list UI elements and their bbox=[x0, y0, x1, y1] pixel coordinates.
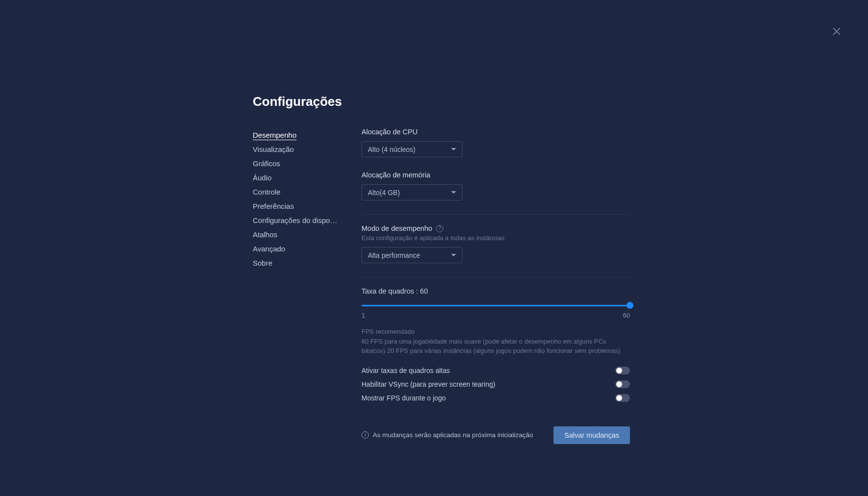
chevron-down-icon bbox=[451, 148, 456, 150]
slider-track bbox=[362, 305, 630, 306]
sidebar: Desempenho Visualização Gráficos Áudio C… bbox=[253, 128, 341, 444]
fps-value: 60 bbox=[420, 287, 428, 295]
toggle-show-fps[interactable] bbox=[615, 394, 630, 402]
chevron-down-icon bbox=[451, 254, 456, 256]
slider-thumb[interactable] bbox=[627, 302, 633, 309]
sidebar-item-avancado[interactable]: Avançado bbox=[253, 242, 341, 256]
sidebar-item-atalhos[interactable]: Atalhos bbox=[253, 227, 341, 242]
main-panel: Alocação de CPU Alto (4 núcleos) Alocaçã… bbox=[362, 128, 630, 444]
footer-note: i As mudanças serão aplicadas na próxima… bbox=[362, 431, 533, 439]
toggle-row-vsync: Habilitar VSync (para prever screen tear… bbox=[362, 377, 630, 391]
toggle-vsync[interactable] bbox=[615, 380, 630, 388]
cpu-select[interactable]: Alto (4 núcleos) bbox=[362, 141, 462, 157]
perfmode-label: Modo de desempenho ? bbox=[362, 224, 630, 232]
memory-select-value: Alto(4 GB) bbox=[368, 189, 400, 197]
perfmode-sublabel: Esta configuração é aplicada a todas as … bbox=[362, 234, 630, 242]
fps-reco-title: FPS recomendado bbox=[362, 328, 630, 335]
perfmode-label-text: Modo de desempenho bbox=[362, 224, 432, 232]
perfmode-select-value: Alta performance bbox=[368, 251, 420, 259]
sidebar-item-visualizacao[interactable]: Visualização bbox=[253, 142, 341, 156]
toggle-high-fps[interactable] bbox=[615, 367, 630, 374]
sidebar-item-config-dispositivo[interactable]: Configurações do dispositi... bbox=[253, 213, 341, 227]
divider bbox=[362, 214, 630, 215]
memory-label: Alocação de memória bbox=[362, 171, 630, 179]
sidebar-item-sobre[interactable]: Sobre bbox=[253, 256, 341, 270]
sidebar-item-graficos[interactable]: Gráficos bbox=[253, 156, 341, 171]
memory-select[interactable]: Alto(4 GB) bbox=[362, 184, 462, 200]
sidebar-item-preferencias[interactable]: Preferências bbox=[253, 199, 341, 213]
toggle-row-high-fps: Ativar taxas de quadros altas bbox=[362, 364, 630, 377]
sidebar-item-audio[interactable]: Áudio bbox=[253, 171, 341, 185]
toggle-label-vsync: Habilitar VSync (para prever screen tear… bbox=[362, 380, 495, 388]
toggle-label-show-fps: Mostrar FPS durante o jogo bbox=[362, 394, 446, 402]
page-title: Configurações bbox=[253, 94, 630, 109]
cpu-label: Alocação de CPU bbox=[362, 128, 630, 136]
fps-reco-body: 60 FPS para uma jogabilidade mais suave … bbox=[362, 337, 630, 356]
info-icon: i bbox=[362, 431, 369, 439]
help-icon[interactable]: ? bbox=[436, 225, 443, 232]
footer-note-text: As mudanças serão aplicadas na próxima i… bbox=[373, 431, 533, 439]
toggle-label-high-fps: Ativar taxas de quadros altas bbox=[362, 367, 450, 374]
perfmode-select[interactable]: Alta performance bbox=[362, 247, 462, 263]
fps-label: Taxa de quadros : 60 bbox=[362, 287, 630, 295]
chevron-down-icon bbox=[451, 191, 456, 194]
sidebar-item-controle[interactable]: Controle bbox=[253, 185, 341, 199]
sidebar-item-desempenho[interactable]: Desempenho bbox=[253, 128, 341, 142]
toggle-row-show-fps: Mostrar FPS durante o jogo bbox=[362, 391, 630, 405]
close-button[interactable] bbox=[831, 25, 843, 37]
fps-slider[interactable] bbox=[362, 302, 630, 309]
divider bbox=[362, 277, 630, 277]
save-button[interactable]: Salvar mudanças bbox=[554, 426, 630, 444]
cpu-select-value: Alto (4 núcleos) bbox=[368, 146, 415, 153]
fps-min: 1 bbox=[362, 312, 365, 319]
fps-max: 60 bbox=[623, 312, 630, 319]
fps-label-prefix: Taxa de quadros : bbox=[362, 287, 420, 295]
